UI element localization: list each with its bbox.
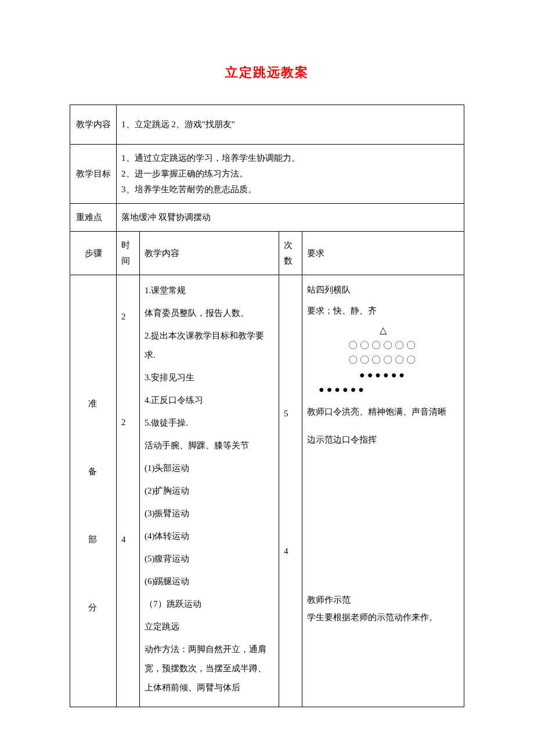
value-teaching-content: 1、立定跳远 2、游戏"找朋友" (117, 105, 464, 145)
formation-diagram: △ 〇〇〇〇〇〇 〇〇〇〇〇〇 ●●●●●● ●●●●●● (307, 323, 459, 397)
content-line: (1)头部运动 (145, 459, 274, 478)
document-page: 立定跳远教案 教学内容 1、立定跳远 2、游戏"找朋友" 教学目标 1、通过立定… (0, 0, 534, 756)
row-teaching-content: 教学内容 1、立定跳远 2、游戏"找朋友" (70, 105, 464, 145)
document-title: 立定跳远教案 (70, 64, 464, 81)
content-line: 立定跳远 (145, 617, 274, 636)
content-column: 1.课堂常规 体育委员整队，报告人数。 2.提出本次课教学目标和教学要求. 3.… (140, 275, 279, 707)
content-line: (5)腹背运动 (145, 549, 274, 568)
content-line: 动作方法：两脚自然开立，通肩宽，预摆数次，当摆至成半蹲、上体稍前倾、两臂与体后 (145, 640, 274, 697)
req-line: 学生要根据老师的示范动作来作。 (307, 609, 459, 626)
req-line: 边示范边口令指挥 (307, 431, 459, 448)
goal-line-3: 3、培养学生吃苦耐劳的意志品质。 (121, 182, 459, 197)
content-line: 4.正反口令练习 (145, 391, 274, 410)
row-preparation: 准 备 部 分 2 2 4 1.课堂常规 体育委员整队，报告人数。 2.提出本次… (70, 275, 464, 707)
header-content: 教学内容 (140, 232, 279, 275)
value-teaching-goal: 1、通过立定跳远的学习，培养学生协调能力。 2、进一步掌握正确的练习方法。 3、… (117, 145, 464, 204)
content-line: （7）跳跃运动 (145, 595, 274, 614)
req-line: 教师作示范 (307, 591, 459, 609)
content-line: 活动手腕、脚踝、膝等关节 (145, 436, 274, 455)
step-char-4: 分 (75, 600, 111, 615)
label-teaching-content: 教学内容 (70, 105, 117, 145)
time-value-3: 4 (121, 532, 135, 548)
time-column: 2 2 4 (117, 275, 140, 707)
content-line: (4)体转运动 (145, 527, 274, 546)
formation-row-1: 〇〇〇〇〇〇 (307, 338, 459, 353)
goal-line-1: 1、通过立定跳远的学习，培养学生协调能力。 (121, 150, 459, 166)
step-char-3: 部 (75, 532, 111, 548)
formation-row-3: ●●●●●● (307, 368, 459, 383)
req-line: 站四列横队 (307, 281, 459, 298)
lesson-plan-table: 教学内容 1、立定跳远 2、游戏"找朋友" 教学目标 1、通过立定跳远的学习，培… (70, 105, 464, 707)
row-difficulty: 重难点 落地缓冲 双臂协调摆动 (70, 204, 464, 232)
header-count: 次数 (279, 232, 302, 275)
label-difficulty: 重难点 (70, 204, 117, 232)
req-line: 要求；快、静、齐 (307, 302, 459, 319)
content-line: (6)踢腿运动 (145, 572, 274, 591)
step-char-1: 准 (75, 396, 111, 412)
formation-row-2: 〇〇〇〇〇〇 (307, 352, 459, 368)
header-requirement: 要求 (302, 232, 464, 275)
requirement-column: 站四列横队 要求；快、静、齐 △ 〇〇〇〇〇〇 〇〇〇〇〇〇 ●●●●●● ●●… (302, 275, 464, 707)
content-line: (3)振臂运动 (145, 504, 274, 523)
step-char-2: 备 (75, 464, 111, 480)
content-line: 2.提出本次课教学目标和教学要求. (145, 326, 274, 365)
content-line: 5.做徒手操. (145, 413, 274, 433)
formation-row-4: ●●●●●● (307, 382, 459, 397)
req-line: 教师口令洪亮、精神饱满、声音清晰 (307, 403, 459, 420)
time-value-1: 2 (121, 309, 135, 325)
count-column: 5 4 (279, 275, 302, 707)
count-value-2: 4 (284, 543, 297, 559)
header-time: 时间 (117, 232, 140, 275)
time-value-2: 2 (121, 415, 135, 430)
step-preparation-label: 准 备 部 分 (70, 275, 117, 707)
header-step: 步骤 (70, 232, 117, 275)
count-value-1: 5 (284, 406, 297, 422)
row-column-headers: 步骤 时间 教学内容 次数 要求 (70, 232, 464, 275)
value-difficulty: 落地缓冲 双臂协调摆动 (117, 204, 464, 232)
content-line: 3.安排见习生 (145, 368, 274, 387)
formation-teacher-icon: △ (307, 323, 459, 338)
goal-line-2: 2、进一步掌握正确的练习方法。 (121, 166, 459, 182)
label-teaching-goal: 教学目标 (70, 145, 117, 204)
content-line: 体育委员整队，报告人数。 (145, 304, 274, 323)
row-teaching-goal: 教学目标 1、通过立定跳远的学习，培养学生协调能力。 2、进一步掌握正确的练习方… (70, 145, 464, 204)
content-line: (2)扩胸运动 (145, 481, 274, 501)
content-line: 1.课堂常规 (145, 281, 274, 300)
